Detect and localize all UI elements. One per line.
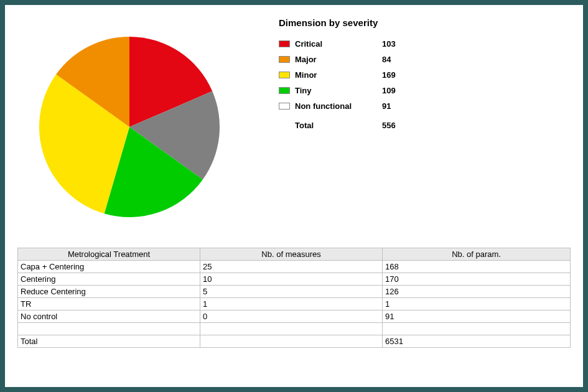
legend-row-tiny: Tiny109	[279, 86, 419, 95]
legend-swatch	[279, 87, 290, 94]
legend-value: 91	[382, 101, 419, 111]
table-row: TR11	[18, 298, 571, 310]
table-row: Total6531	[18, 335, 571, 348]
col-header-params: Nb. of param.	[383, 248, 571, 261]
table-cell: 5	[200, 286, 383, 298]
table-cell: No control	[18, 310, 200, 323]
table-cell: 0	[200, 310, 383, 323]
pie-chart	[36, 34, 223, 220]
table-cell: Reduce Centering	[18, 286, 200, 298]
chart-area: Dimension by severity Critical103Major84…	[17, 15, 571, 220]
legend-rows: Critical103Major84Minor169Tiny109Non fun…	[279, 39, 419, 111]
col-header-treatment: Metrological Treatment	[18, 248, 200, 261]
legend-total-label: Total	[295, 121, 382, 130]
table-cell: Total	[18, 335, 200, 348]
table-cell: 1	[200, 298, 383, 310]
metrology-table: Metrological Treatment Nb. of measures N…	[17, 248, 571, 348]
app-frame: Dimension by severity Critical103Major84…	[0, 0, 588, 392]
table-cell: 6531	[383, 335, 571, 348]
legend-total-row: Total 556	[279, 121, 419, 130]
legend-swatch	[279, 56, 290, 63]
legend-value: 109	[382, 86, 419, 95]
table-cell: Capa + Centering	[18, 261, 200, 273]
legend: Dimension by severity Critical103Major84…	[266, 15, 419, 136]
legend-swatch	[279, 40, 290, 47]
chart-title: Dimension by severity	[279, 17, 419, 28]
legend-label: Critical	[295, 39, 382, 49]
table-cell: 170	[383, 273, 571, 286]
table-row: No control091	[18, 310, 571, 323]
table-cell	[18, 323, 200, 335]
table-cell	[200, 335, 383, 348]
col-header-measures: Nb. of measures	[200, 248, 383, 261]
table-row: Centering10170	[18, 273, 571, 286]
table-cell: 168	[383, 261, 571, 273]
table-cell: TR	[18, 298, 200, 310]
legend-swatch	[279, 103, 290, 110]
pie-container	[17, 15, 266, 220]
legend-row-critical: Critical103	[279, 39, 419, 49]
legend-label: Major	[295, 55, 382, 64]
legend-total-value: 556	[382, 121, 419, 130]
table-cell: 25	[200, 261, 383, 273]
legend-label: Non functional	[295, 101, 382, 111]
legend-row-major: Major84	[279, 55, 419, 64]
legend-swatch	[279, 72, 290, 78]
legend-value: 84	[382, 55, 419, 64]
table-row: Capa + Centering25168	[18, 261, 571, 273]
table-cell: Centering	[18, 273, 200, 286]
legend-row-non-functional: Non functional91	[279, 101, 419, 111]
table-row	[18, 323, 571, 335]
legend-label: Minor	[295, 70, 382, 80]
table-cell: 1	[383, 298, 571, 310]
table-cell	[383, 323, 571, 335]
legend-label: Tiny	[295, 86, 382, 95]
table-cell: 91	[383, 310, 571, 323]
table-cell	[200, 323, 383, 335]
table-row: Reduce Centering5126	[18, 286, 571, 298]
table-body: Capa + Centering25168Centering10170Reduc…	[18, 261, 571, 348]
table-cell: 10	[200, 273, 383, 286]
legend-row-minor: Minor169	[279, 70, 419, 80]
legend-value: 103	[382, 39, 419, 49]
table-header-row: Metrological Treatment Nb. of measures N…	[18, 248, 571, 261]
legend-value: 169	[382, 70, 419, 80]
table-cell: 126	[383, 286, 571, 298]
